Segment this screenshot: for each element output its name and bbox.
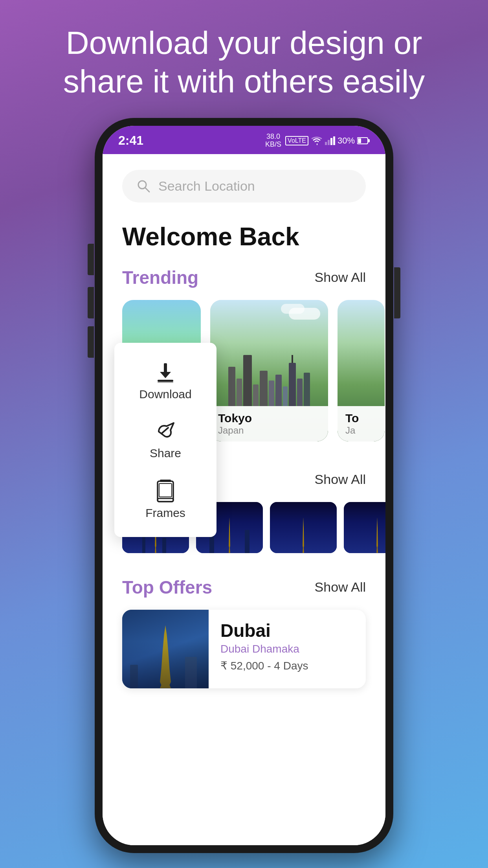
status-bar: 2:41 38.0 KB/S VoLTE: [103, 126, 385, 154]
offer-city-name: Dubai: [220, 620, 354, 641]
frames-label: Frames: [145, 506, 185, 520]
download-label: Download: [139, 388, 191, 401]
hero-title: Download your design or share it with ot…: [31, 24, 457, 101]
share-label: Share: [150, 447, 181, 460]
offer-dubai-image: [122, 610, 209, 688]
download-icon: [154, 360, 177, 384]
offer-package-name: Dubai Dhamaka: [220, 643, 354, 655]
svg-rect-2: [330, 138, 332, 145]
status-time: 2:41: [118, 133, 143, 148]
svg-rect-6: [368, 139, 370, 142]
volte-icon: VoLTE: [285, 136, 308, 145]
menu-frames[interactable]: Frames: [114, 469, 216, 529]
trending-title: Trending: [122, 267, 198, 288]
trending-section-header: Trending Show All: [103, 255, 385, 296]
offers-title: Top Offers: [122, 577, 212, 598]
svg-rect-11: [158, 382, 173, 383]
tokyo-country: Japan: [218, 425, 320, 436]
partial-card-label: To Ja: [338, 406, 385, 441]
app-content: Search Location Welcome Back Trending Sh…: [103, 154, 385, 845]
hero-section: Download your design or share it with ot…: [0, 24, 488, 101]
svg-rect-15: [159, 484, 172, 497]
trending-card-partial-2[interactable]: To Ja: [338, 300, 385, 441]
offers-section-header: Top Offers Show All: [103, 565, 385, 606]
search-icon: [136, 179, 150, 193]
wifi-icon: [311, 136, 323, 145]
tokyo-card-label: Tokyo Japan: [210, 406, 328, 441]
trending-show-all[interactable]: Show All: [315, 270, 366, 285]
svg-rect-3: [333, 136, 335, 145]
phone-screen: 2:41 38.0 KB/S VoLTE: [103, 126, 385, 845]
svg-line-8: [145, 188, 149, 192]
search-container: Search Location: [103, 154, 385, 210]
location-thumb-4[interactable]: [344, 502, 385, 553]
offer-price: ₹ 52,000 - 4 Days: [220, 659, 354, 672]
svg-rect-1: [328, 140, 330, 145]
battery-level: 30%: [338, 136, 355, 146]
search-placeholder: Search Location: [158, 178, 255, 194]
locations-show-all[interactable]: Show All: [315, 472, 366, 487]
search-bar[interactable]: Search Location: [122, 170, 366, 202]
menu-share[interactable]: Share: [114, 410, 216, 469]
offers-section: Top Offers Show All Dubai: [103, 565, 385, 692]
offers-show-all[interactable]: Show All: [315, 579, 366, 595]
svg-rect-5: [358, 138, 361, 143]
partial-city: To: [345, 412, 377, 425]
dropdown-menu: Download Share Frames: [114, 343, 216, 537]
phone-mockup: 2:41 38.0 KB/S VoLTE: [95, 118, 393, 853]
signal-icon: [325, 136, 335, 145]
battery-icon: [357, 137, 370, 145]
menu-download[interactable]: Download: [114, 351, 216, 410]
svg-rect-13: [160, 480, 171, 482]
welcome-section: Welcome Back: [103, 210, 385, 255]
location-thumb-3[interactable]: [270, 502, 337, 553]
network-icons: VoLTE 30%: [285, 136, 370, 146]
offer-card-dubai[interactable]: Dubai Dubai Dhamaka ₹ 52,000 - 4 Days: [122, 610, 366, 688]
svg-rect-0: [325, 142, 327, 145]
frames-icon: [155, 479, 176, 502]
data-speed: 38.0 KB/S: [265, 133, 281, 149]
welcome-title: Welcome Back: [122, 222, 366, 251]
status-right-icons: 38.0 KB/S VoLTE: [265, 133, 370, 149]
svg-rect-9: [158, 380, 173, 382]
share-icon: [154, 420, 177, 443]
trending-card-tokyo[interactable]: Tokyo Japan: [210, 300, 328, 441]
offer-dubai-details: Dubai Dubai Dhamaka ₹ 52,000 - 4 Days: [209, 610, 366, 688]
partial-country: Ja: [345, 425, 377, 436]
svg-rect-14: [158, 498, 173, 502]
tokyo-city-name: Tokyo: [218, 412, 320, 425]
